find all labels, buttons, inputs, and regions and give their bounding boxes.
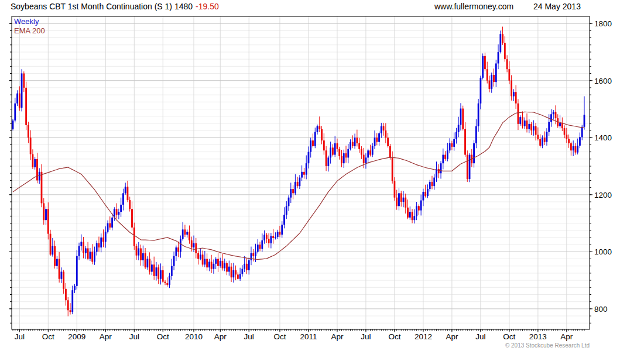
svg-text:Apr: Apr xyxy=(560,332,573,341)
svg-text:Jul: Jul xyxy=(15,332,25,341)
y-axis: 80010001200140016001800 xyxy=(9,19,612,323)
legend-ema: EMA 200 xyxy=(14,26,45,35)
candlestick-series xyxy=(12,27,585,316)
svg-text:1200: 1200 xyxy=(594,191,612,199)
svg-text:1800: 1800 xyxy=(594,19,612,28)
svg-text:Apr: Apr xyxy=(214,332,227,341)
svg-text:Oct: Oct xyxy=(42,332,54,341)
chart-page: Soybeans CBT 1st Month Continuation (S 1… xyxy=(0,0,644,351)
x-axis: JulOct2009AprJulOct2010AprJulOct2011AprJ… xyxy=(13,329,584,341)
plot-border xyxy=(12,16,590,329)
chart-title: Soybeans CBT 1st Month Continuation (S 1… xyxy=(11,2,219,11)
copyright-notice: © 2013 Stockcube Research Ltd xyxy=(505,342,590,349)
svg-text:Oct: Oct xyxy=(157,332,169,341)
grid-minor-horizontal xyxy=(12,30,590,323)
website-label: www.fullermoney.com xyxy=(434,2,513,11)
svg-text:1000: 1000 xyxy=(594,247,612,256)
svg-text:2011: 2011 xyxy=(300,332,317,341)
chart-date: 24 May 2013 xyxy=(533,2,581,11)
svg-text:Apr: Apr xyxy=(446,332,458,341)
svg-text:1600: 1600 xyxy=(594,77,612,85)
svg-text:800: 800 xyxy=(594,305,608,314)
svg-text:Jul: Jul xyxy=(361,332,371,341)
chart-title-main: Soybeans CBT 1st Month Continuation (S 1… xyxy=(11,2,193,11)
svg-text:2009: 2009 xyxy=(68,332,85,341)
svg-text:Oct: Oct xyxy=(388,332,400,341)
svg-text:Jul: Jul xyxy=(129,332,139,341)
price-chart: JulOct2009AprJulOct2010AprJulOct2011AprJ… xyxy=(0,0,644,351)
svg-text:1400: 1400 xyxy=(594,133,612,142)
svg-text:2013: 2013 xyxy=(529,332,547,341)
price-change: -19.50 xyxy=(193,2,219,11)
svg-text:Jul: Jul xyxy=(475,332,485,341)
svg-text:2012: 2012 xyxy=(415,332,432,341)
svg-text:2010: 2010 xyxy=(185,332,203,341)
svg-text:Apr: Apr xyxy=(331,332,344,341)
legend-series: Weekly xyxy=(14,17,39,26)
svg-text:Jul: Jul xyxy=(244,332,254,341)
svg-text:Apr: Apr xyxy=(100,332,112,341)
svg-text:Oct: Oct xyxy=(503,332,515,341)
svg-text:Oct: Oct xyxy=(273,332,286,341)
